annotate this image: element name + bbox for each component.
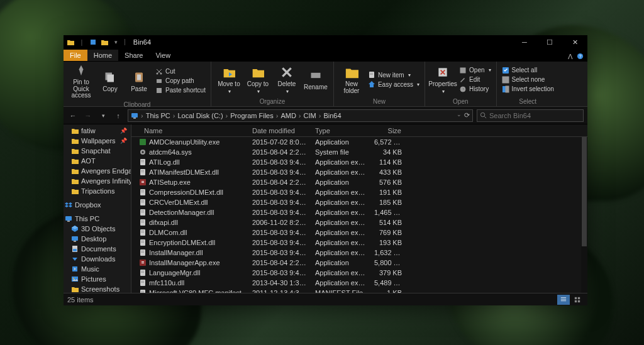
sidebar-item[interactable]: Screenshots bbox=[64, 284, 131, 293]
edit-button[interactable]: Edit bbox=[458, 75, 492, 84]
address-bar[interactable]: › This PCLocal Disk (C:)Program FilesAMD… bbox=[128, 109, 473, 122]
column-headers[interactable]: Name Date modified Type Size bbox=[131, 124, 587, 137]
pin-quick-access-button[interactable]: Pin to Quick access bbox=[67, 63, 95, 99]
qat-dropdown-icon[interactable]: ▾ bbox=[111, 38, 120, 47]
qat-props-icon[interactable] bbox=[89, 38, 97, 47]
ribbon-group-select: Select all Select none Invert selection … bbox=[497, 62, 559, 106]
breadcrumb-segment[interactable]: Local Disk (C:) bbox=[177, 112, 230, 119]
table-row[interactable]: CompressionDLMExt.dll2015-08-03 9:47 PMA… bbox=[131, 187, 587, 197]
table-row[interactable]: atdcm64a.sys2015-08-04 2:24 AMSystem fil… bbox=[131, 147, 587, 157]
col-date[interactable]: Date modified bbox=[248, 127, 311, 134]
tab-share[interactable]: Share bbox=[118, 50, 149, 61]
breadcrumb-segment[interactable]: This PC bbox=[146, 112, 178, 119]
ribbon-group-new: New folder New item Easy access New bbox=[334, 62, 425, 106]
sidebar-item[interactable]: Avengers Infinity… bbox=[64, 176, 131, 186]
table-row[interactable]: InstallManager.dll2015-08-03 9:47 PMAppl… bbox=[131, 248, 587, 258]
titlebar[interactable]: | ▾ | Bin64 ─ ☐ ✕ bbox=[64, 35, 587, 49]
new-item-button[interactable]: New item bbox=[367, 70, 421, 79]
help-icon[interactable]: ? bbox=[577, 53, 584, 61]
tab-home[interactable]: Home bbox=[87, 50, 118, 61]
sidebar-item[interactable]: Pictures bbox=[64, 274, 131, 284]
ribbon-collapse-icon[interactable]: ᐱ bbox=[568, 53, 573, 61]
svg-rect-35 bbox=[575, 297, 577, 298]
svg-rect-15 bbox=[91, 40, 96, 45]
open-button[interactable]: Open bbox=[458, 66, 492, 75]
sidebar-item[interactable]: Tripactions bbox=[64, 186, 131, 196]
ribbon: Pin to Quick access Copy Paste Cut Copy … bbox=[64, 62, 587, 107]
maximize-button[interactable]: ☐ bbox=[537, 35, 562, 49]
search-box[interactable] bbox=[477, 109, 584, 122]
table-row[interactable]: DetectionManager.dll2015-08-03 9:43 PMAp… bbox=[131, 207, 587, 217]
svg-rect-36 bbox=[578, 297, 580, 298]
sidebar-item[interactable]: Desktop bbox=[64, 234, 131, 244]
breadcrumb[interactable]: This PCLocal Disk (C:)Program FilesAMDCI… bbox=[146, 112, 347, 119]
history-button[interactable]: History bbox=[458, 85, 492, 94]
select-none-button[interactable]: Select none bbox=[501, 75, 555, 84]
delete-button[interactable]: Delete bbox=[273, 65, 301, 95]
table-row[interactable]: mfc110u.dll2013-04-30 1:30 AMApplication… bbox=[131, 278, 587, 288]
table-row[interactable]: difxapi.dll2006-11-02 8:22 AMApplication… bbox=[131, 217, 587, 227]
sidebar-item-thispc[interactable]: This PC bbox=[64, 214, 131, 224]
address-dropdown-icon[interactable]: ⌄ bbox=[457, 111, 462, 119]
table-row[interactable]: ATISetup.exe2015-08-04 2:25 AMApplicatio… bbox=[131, 177, 587, 187]
paste-shortcut-button[interactable]: Paste shortcut bbox=[154, 86, 207, 95]
table-row[interactable]: CRCVerDLMExt.dll2015-08-03 9:47 PMApplic… bbox=[131, 197, 587, 207]
up-button[interactable]: ↑ bbox=[113, 110, 124, 121]
minimize-button[interactable]: ─ bbox=[512, 35, 537, 49]
tab-file[interactable]: File bbox=[64, 50, 87, 61]
sidebar-item[interactable]: Downloads bbox=[64, 254, 131, 264]
forward-button[interactable]: → bbox=[82, 110, 94, 121]
svg-rect-26 bbox=[460, 68, 465, 73]
breadcrumb-segment[interactable]: CIM bbox=[304, 112, 324, 119]
col-type[interactable]: Type bbox=[311, 127, 370, 134]
close-button[interactable]: ✕ bbox=[562, 35, 587, 49]
col-name[interactable]: Name bbox=[131, 127, 248, 134]
table-row[interactable]: InstallManagerApp.exe2015-08-04 2:25 AMA… bbox=[131, 258, 587, 268]
table-row[interactable]: Microsoft.VC80.MFC.manifest2011-12-13 4:… bbox=[131, 288, 587, 293]
paste-button[interactable]: Paste bbox=[125, 70, 153, 93]
easy-access-button[interactable]: Easy access bbox=[367, 80, 421, 89]
rename-button[interactable]: Rename bbox=[302, 68, 330, 91]
sidebar-item[interactable]: Music bbox=[64, 264, 131, 274]
sidebar-item[interactable]: Avengers Endga… bbox=[64, 166, 131, 176]
breadcrumb-segment[interactable]: Program Files bbox=[230, 112, 280, 119]
sidebar-item[interactable]: Snapchat bbox=[64, 146, 131, 156]
search-input[interactable] bbox=[489, 112, 580, 119]
refresh-button[interactable]: ⟳ bbox=[464, 111, 470, 119]
recent-dropdown[interactable]: ▾ bbox=[97, 110, 109, 121]
sidebar-item[interactable]: Documents bbox=[64, 244, 131, 254]
table-row[interactable]: EncryptionDLMExt.dll2015-08-03 9:48 PMAp… bbox=[131, 238, 587, 248]
scrollbar[interactable] bbox=[581, 137, 587, 293]
table-row[interactable]: ATILog.dll2015-08-03 9:40 PMApplication … bbox=[131, 157, 587, 167]
copy-to-button[interactable]: Copy to bbox=[244, 65, 272, 95]
table-row[interactable]: DLMCom.dll2015-08-03 9:40 PMApplication … bbox=[131, 227, 587, 238]
move-to-button[interactable]: Move to bbox=[215, 65, 243, 95]
properties-button[interactable]: Properties bbox=[429, 65, 457, 95]
table-row[interactable]: ATIManifestDLMExt.dll2015-08-03 9:47 PMA… bbox=[131, 167, 587, 177]
file-list[interactable]: AMDCleanupUtility.exe2015-07-02 8:03 AMA… bbox=[131, 137, 587, 293]
table-row[interactable]: AMDCleanupUtility.exe2015-07-02 8:03 AMA… bbox=[131, 137, 587, 147]
sidebar[interactable]: fatiw📌Wallpapers📌SnapchatAOTAvengers End… bbox=[64, 124, 131, 293]
view-details-button[interactable] bbox=[557, 295, 570, 305]
view-icons-button[interactable] bbox=[571, 295, 584, 305]
copy-path-button[interactable]: Copy path bbox=[154, 77, 207, 85]
sidebar-item[interactable]: AOT bbox=[64, 156, 131, 166]
tab-view[interactable]: View bbox=[149, 50, 177, 61]
select-all-button[interactable]: Select all bbox=[501, 66, 555, 75]
sidebar-item-dropbox[interactable]: Dropbox bbox=[64, 200, 131, 210]
scroll-thumb[interactable] bbox=[582, 137, 587, 246]
breadcrumb-segment[interactable]: AMD bbox=[280, 112, 303, 119]
table-row[interactable]: LanguageMgr.dll2015-08-03 9:44 PMApplica… bbox=[131, 268, 587, 278]
sidebar-item[interactable]: fatiw📌 bbox=[64, 126, 131, 136]
sidebar-item[interactable]: Wallpapers📌 bbox=[64, 136, 131, 146]
window-title: Bin64 bbox=[133, 38, 151, 46]
back-button[interactable]: ← bbox=[67, 110, 79, 121]
breadcrumb-segment[interactable]: Bin64 bbox=[323, 112, 346, 119]
copy-button[interactable]: Copy bbox=[96, 70, 124, 93]
cut-button[interactable]: Cut bbox=[154, 67, 207, 76]
new-folder-button[interactable]: New folder bbox=[338, 65, 365, 94]
qat-newfolder-icon[interactable] bbox=[100, 38, 109, 47]
invert-selection-button[interactable]: Invert selection bbox=[501, 85, 555, 94]
col-size[interactable]: Size bbox=[370, 127, 409, 134]
sidebar-item[interactable]: 3D Objects bbox=[64, 224, 131, 234]
